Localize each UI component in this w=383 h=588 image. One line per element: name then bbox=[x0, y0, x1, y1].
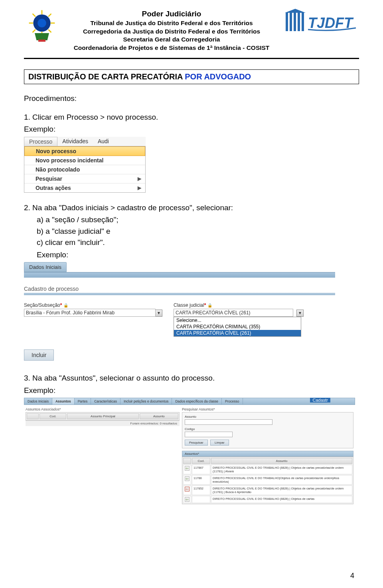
svg-line-6 bbox=[33, 14, 36, 16]
svg-rect-10 bbox=[38, 39, 45, 41]
lock-icon: 🔒 bbox=[63, 303, 68, 308]
table-row: ⇦ 117852 DIREITO PROCESSUAL CIVIL E DO T… bbox=[183, 485, 352, 495]
tab-audi[interactable]: Audi bbox=[93, 137, 114, 146]
tab-atividades[interactable]: Atividades bbox=[57, 137, 93, 146]
cell-cod: 117867 bbox=[192, 465, 210, 474]
svg-line-9 bbox=[33, 30, 36, 32]
required-star-icon: * bbox=[60, 302, 62, 308]
cadastr-badge: Cadastr bbox=[310, 398, 330, 403]
title-box: DISTRIBUIÇÃO DE CARTA PRECATÓRIA POR ADV… bbox=[24, 69, 359, 84]
header-line-1: Poder Judiciário bbox=[60, 9, 283, 19]
menu-item-novo-processo[interactable]: Novo processo bbox=[24, 146, 145, 156]
screenshot-cadastro-processo: Dados Iniciais Cadastro de processo Seçã… bbox=[24, 262, 335, 361]
table-row: ⇦ 11786 DIREITO PROCESSUAL CIVIL E DO TR… bbox=[183, 475, 352, 485]
assuntos-results-header: Assuntos* bbox=[182, 451, 353, 457]
add-arrow-icon[interactable]: ⇦ bbox=[185, 497, 190, 502]
tab-processo[interactable]: Processo bbox=[24, 137, 57, 146]
svg-rect-14 bbox=[298, 13, 300, 31]
tab-processo[interactable]: Processo bbox=[222, 398, 243, 404]
dropdown-secao[interactable]: Brasília - Fórum Prof. Júlio Fabbrini Mi… bbox=[24, 309, 156, 317]
ss3-tabbar: Dados Iniciais Assuntos Partes Caracterí… bbox=[24, 398, 355, 405]
label-classe-text: Classe judicial bbox=[174, 302, 204, 308]
step-2-b: b) a "classe judicial" e bbox=[24, 226, 359, 237]
tab-caracteristicas[interactable]: Características bbox=[91, 398, 120, 404]
header-line-3: Corregedoria da Justiça do Distrito Fede… bbox=[60, 28, 283, 36]
tab-incluir-peticoes[interactable]: Incluir petições e documentos bbox=[120, 398, 172, 404]
header-text-block: Poder Judiciário Tribunal de Justiça do … bbox=[60, 8, 283, 52]
add-arrow-highlighted-icon[interactable]: ⇦ bbox=[185, 487, 190, 491]
step-1-text: 1. Clicar em Processo > novo processo. bbox=[24, 112, 359, 123]
screenshot-assuntos: Cadastr Dados Iniciais Assuntos Partes C… bbox=[24, 398, 355, 507]
table-row: ⇦ 117867 DIREITO PROCESSUAL CIVIL E DO T… bbox=[183, 465, 352, 474]
step-3-text: 3. Na aba "Assuntos", selecionar o assun… bbox=[24, 373, 359, 384]
field-secao-subsecao: Seção/Subseção* 🔒 Brasília - Fórum Prof.… bbox=[24, 302, 166, 337]
dropdown-classe[interactable]: CARTA PRECATÓRIA CÍVEL (261) bbox=[174, 309, 293, 317]
label-assunto: Assunto bbox=[185, 415, 351, 418]
exemplo-label-3: Exemplo: bbox=[24, 385, 359, 397]
chevron-down-icon[interactable]: ▼ bbox=[296, 310, 304, 317]
procedimentos-heading: Procedimentos: bbox=[24, 93, 359, 105]
cell-cod: 117852 bbox=[192, 485, 210, 495]
th-cod-right: Cod. bbox=[192, 458, 210, 464]
tab-assuntos[interactable]: Assuntos bbox=[52, 398, 75, 404]
panel-title-cadastro: Cadastro de processo bbox=[24, 286, 335, 292]
add-arrow-icon[interactable]: ⇦ bbox=[185, 466, 190, 471]
limpar-button[interactable]: Limpar bbox=[210, 440, 229, 446]
tjdft-logo-icon: TJDFT bbox=[283, 8, 359, 36]
field-classe-judicial: Classe judicial* 🔒 CARTA PRECATÓRIA CÍVE… bbox=[174, 302, 309, 337]
tab-dados-iniciais[interactable]: Dados Iniciais bbox=[24, 398, 52, 404]
ss1-tabbar: Processo Atividades Audi bbox=[24, 137, 146, 146]
required-star-icon: * bbox=[204, 302, 206, 308]
menu-item-outras-acoes[interactable]: Outras ações▶ bbox=[24, 184, 145, 192]
table-row: ⇦ DIREITO PROCESSUAL CIVIL E DO TRABALHO… bbox=[183, 496, 352, 503]
label-secao-text: Seção/Subseção bbox=[24, 302, 60, 308]
search-block: Assunto Código Pesquisar Limpar bbox=[182, 412, 353, 448]
dropdown-secao-value: Brasília - Fórum Prof. Júlio Fabbrini Mi… bbox=[26, 310, 154, 316]
page-header: Poder Judiciário Tribunal de Justiça do … bbox=[24, 8, 359, 52]
svg-point-1 bbox=[38, 19, 46, 28]
dropdown-classe-value: CARTA PRECATÓRIA CÍVEL (261) bbox=[176, 310, 291, 316]
dd-option-civel[interactable]: CARTA PRECATÓRIA CÍVEL (261) bbox=[174, 330, 301, 336]
pesquisar-assuntos-panel: Pesquisar Assuntos* Assunto Código Pesqu… bbox=[182, 407, 353, 504]
pesquisar-button[interactable]: Pesquisar bbox=[185, 440, 208, 446]
label-secao: Seção/Subseção* 🔒 bbox=[24, 302, 166, 308]
menu-item-novo-processo-incidental[interactable]: Novo processo incidental bbox=[24, 156, 145, 165]
menu-item-nao-protocolado[interactable]: Não protocolado bbox=[24, 165, 145, 174]
th-assunto: Assunto bbox=[140, 413, 178, 419]
dd-option-criminal[interactable]: CARTA PRECATÓRIA CRIMINAL (355) bbox=[174, 324, 301, 330]
cell-cod: 11786 bbox=[192, 475, 210, 485]
th-assunto-right: Assunto bbox=[211, 458, 352, 464]
svg-rect-11 bbox=[286, 13, 288, 31]
pesquisar-assuntos-header: Pesquisar Assuntos* bbox=[182, 407, 353, 411]
dropdown-classe-list: Selecione... CARTA PRECATÓRIA CRIMINAL (… bbox=[174, 317, 301, 337]
lock-icon: 🔒 bbox=[207, 303, 212, 308]
menu-item-pesquisar[interactable]: Pesquisar▶ bbox=[24, 174, 145, 184]
assuntos-results-table: Cod. Assunto ⇦ 117867 DIREITO PROCESSUAL… bbox=[182, 457, 353, 504]
tab-partes[interactable]: Partes bbox=[75, 398, 91, 404]
exemplo-label-2: Exemplo: bbox=[24, 249, 359, 261]
tab-dados-especificos[interactable]: Dados específicos da classe bbox=[172, 398, 222, 404]
header-line-5: Coordenadoria de Projetos e de Sistemas … bbox=[60, 44, 283, 52]
submenu-arrow-icon: ▶ bbox=[138, 176, 141, 182]
add-arrow-icon[interactable]: ⇦ bbox=[185, 476, 190, 481]
tab-dados-iniciais[interactable]: Dados Iniciais bbox=[24, 262, 67, 272]
header-divider bbox=[24, 58, 359, 59]
incluir-button[interactable]: Incluir bbox=[24, 349, 54, 361]
input-assunto[interactable] bbox=[185, 419, 272, 425]
brazil-coat-of-arms-icon bbox=[24, 8, 60, 44]
assuntos-associados-panel: Assuntos Associados* Cod. Assunto Princi… bbox=[26, 407, 180, 504]
dd-option-selecione[interactable]: Selecione... bbox=[174, 317, 301, 324]
submenu-arrow-icon: ▶ bbox=[138, 185, 141, 191]
no-results-text: Foram encontrados: 0 resultados bbox=[26, 420, 180, 426]
title-black: DISTRIBUIÇÃO DE CARTA PRECATÓRIA bbox=[28, 72, 183, 81]
ss2-tab-bar bbox=[24, 272, 335, 278]
screenshot-processo-menu: Processo Atividades Audi Novo processo N… bbox=[24, 137, 146, 193]
th-assunto-principal: Assunto Principal bbox=[67, 413, 138, 419]
input-codigo[interactable] bbox=[185, 432, 233, 437]
ss2-panel-bar bbox=[24, 293, 335, 295]
cell-assunto: DIREITO PROCESSUAL CIVIL E DO TRABALHO (… bbox=[211, 465, 352, 474]
svg-rect-15 bbox=[302, 13, 304, 31]
assuntos-associados-header: Assuntos Associados* bbox=[26, 407, 180, 411]
chevron-down-icon[interactable]: ▼ bbox=[155, 310, 162, 317]
step-2-c: c) clicar em "incluir". bbox=[24, 237, 359, 249]
